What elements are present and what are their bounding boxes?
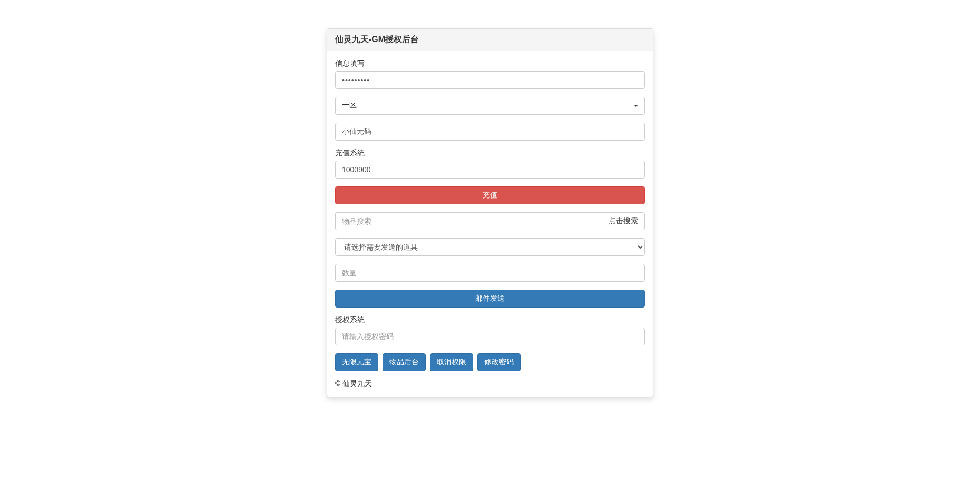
item-search-group: 点击搜索 — [335, 212, 645, 230]
item-search-input[interactable] — [335, 212, 602, 230]
search-button[interactable]: 点击搜索 — [602, 212, 645, 230]
change-password-button[interactable]: 修改密码 — [477, 353, 521, 371]
cancel-auth-button[interactable]: 取消权限 — [430, 353, 473, 371]
recharge-button-group: 充值 — [335, 186, 645, 204]
item-backend-button[interactable]: 物品后台 — [383, 353, 426, 371]
recharge-label: 充值系统 — [335, 148, 365, 158]
recharge-section: 充值系统 — [335, 148, 645, 179]
code-group — [335, 123, 645, 141]
mail-send-group: 邮件发送 — [335, 290, 645, 308]
password-input[interactable] — [335, 71, 645, 89]
recharge-button[interactable]: 充值 — [335, 186, 645, 204]
item-select-group: 请选择需要发送的道具 — [335, 238, 645, 256]
main-panel: 仙灵九天-GM授权后台 信息填写 一区 充值系统 充值 — [327, 28, 653, 397]
auth-password-input[interactable] — [335, 328, 645, 345]
info-section: 信息填写 — [335, 59, 645, 89]
recharge-input[interactable] — [335, 161, 645, 179]
unlimited-yuanbao-button[interactable]: 无限元宝 — [335, 353, 378, 371]
auth-section: 授权系统 — [335, 315, 645, 345]
region-select[interactable]: 一区 — [335, 97, 645, 115]
panel-heading: 仙灵九天-GM授权后台 — [327, 29, 653, 51]
info-label: 信息填写 — [335, 59, 365, 68]
region-selected-text: 一区 — [342, 101, 357, 109]
caret-icon — [634, 105, 638, 107]
region-group: 一区 — [335, 97, 645, 115]
code-input[interactable] — [335, 123, 645, 141]
mail-send-button[interactable]: 邮件发送 — [335, 290, 645, 308]
auth-label: 授权系统 — [335, 315, 365, 325]
footer-copyright: © 仙灵九天 — [335, 379, 645, 389]
panel-title: 仙灵九天-GM授权后台 — [335, 34, 645, 45]
item-select[interactable]: 请选择需要发送的道具 — [335, 238, 645, 256]
panel-body: 信息填写 一区 充值系统 充值 点击搜索 — [327, 51, 653, 397]
quantity-input[interactable] — [335, 264, 645, 282]
auth-button-row: 无限元宝 物品后台 取消权限 修改密码 — [335, 353, 645, 371]
quantity-group — [335, 264, 645, 282]
